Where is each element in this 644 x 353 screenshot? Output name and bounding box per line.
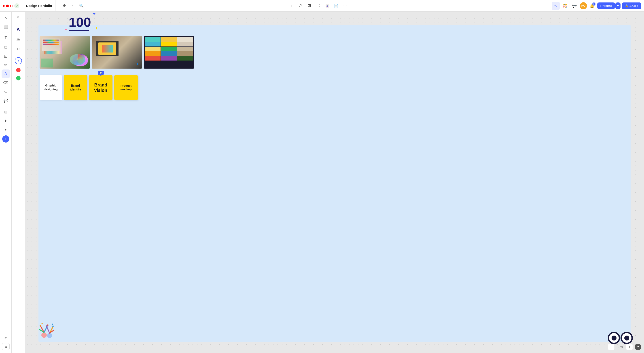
- canvas[interactable]: 100 ✦ ✦ ✦: [25, 12, 322, 176]
- comment-tool[interactable]: 💬: [2, 96, 10, 105]
- expand-tool-btn[interactable]: ›: [287, 2, 296, 10]
- secondary-panel: ✕ A ⛰ ↻ ●: [12, 12, 25, 176]
- panel-close-btn[interactable]: ✕: [15, 14, 22, 20]
- sparkle-bottom-right-icon: ✦: [95, 26, 98, 30]
- topbar: miro 🛡 Design Portfolio ⚙ ↑ 🔍 › ⏱ 🖼 ⛶ 🃏 …: [0, 0, 322, 12]
- security-badge: 🛡: [14, 3, 19, 8]
- eraser-tool[interactable]: ⌫: [2, 78, 10, 87]
- upload-tool[interactable]: ⬆: [2, 117, 10, 125]
- pen-tool[interactable]: ✏: [2, 60, 10, 69]
- comment-bubble-brand-vision: 💬: [98, 71, 104, 75]
- sidebar-separator-2: [2, 106, 9, 106]
- apps-tool[interactable]: ✦: [2, 126, 10, 134]
- sparkle-bottom-left-icon: ✦: [64, 28, 67, 31]
- logo-area: miro 🛡 Design Portfolio: [0, 0, 58, 11]
- sticky-product-mockup: Product mockup: [114, 75, 138, 100]
- frame-tool[interactable]: ⬜: [2, 22, 10, 31]
- circle-outline-tool: ●: [15, 57, 22, 64]
- textbox-tool[interactable]: A: [2, 69, 10, 78]
- photo-card-1: [40, 36, 90, 69]
- sticker-100: 100 ✦ ✦ ✦: [69, 16, 91, 31]
- upload-button[interactable]: ↑: [69, 2, 77, 9]
- sparkle-top-right-icon: ✦: [92, 12, 96, 16]
- sticky-graphic-designing: Graphic designing: [40, 75, 62, 100]
- photo-card-2: 💬 👤: [92, 36, 142, 69]
- red-dot-tool: [16, 68, 20, 72]
- miro-logo: miro: [3, 3, 12, 9]
- color-tool-label: A: [14, 25, 22, 33]
- canvas-content: 100 ✦ ✦ ✦: [25, 12, 322, 176]
- shape-tool[interactable]: ◱: [2, 52, 10, 60]
- sticker-100-text: 100: [69, 15, 91, 30]
- cursor-tool[interactable]: ↖: [2, 13, 10, 22]
- timer-tool-btn[interactable]: ⏱: [296, 2, 304, 10]
- text-tool[interactable]: T: [2, 34, 10, 42]
- sticky-brand-vision: 💬 Brand vision: [89, 75, 112, 100]
- search-button[interactable]: 🔍: [78, 2, 85, 9]
- topbar-left-icons: ⚙ ↑ 🔍: [58, 2, 88, 9]
- sticky-note-tool[interactable]: ◻: [2, 43, 10, 51]
- frame-tool-btn[interactable]: ⛶: [314, 2, 322, 10]
- green-dot-tool: [16, 76, 20, 80]
- board-tool-btn[interactable]: 🖼: [305, 2, 313, 10]
- settings-button[interactable]: ⚙: [60, 2, 68, 9]
- add-tool[interactable]: +: [2, 135, 10, 143]
- left-sidebar: ↖ ⬜ T ◻ ◱ ✏ A ⌫ ⬭ 💬 ⊞ ⬆ ✦ + ↶ ↷: [0, 12, 12, 176]
- sticky-brand-identity: Brand identity: [64, 75, 87, 100]
- photo-grid: 💬 👤: [40, 36, 194, 69]
- style-tool: ⛰: [14, 35, 22, 43]
- center-toolbar: › ⏱ 🖼 ⛶ 🃏 📄 ⋯: [88, 2, 322, 10]
- sticker-underline: [69, 30, 89, 31]
- lasso-tool[interactable]: ⬭: [2, 87, 10, 96]
- sidebar-separator: [2, 32, 9, 32]
- board-name: Design Portfolio: [23, 0, 56, 11]
- sticky-notes-row: Graphic designing Brand identity 💬 Brand…: [40, 75, 138, 100]
- rotate-tool: ↻: [14, 45, 22, 53]
- frame-grid-tool[interactable]: ⊞: [2, 108, 10, 116]
- photo-card-3: [144, 36, 194, 69]
